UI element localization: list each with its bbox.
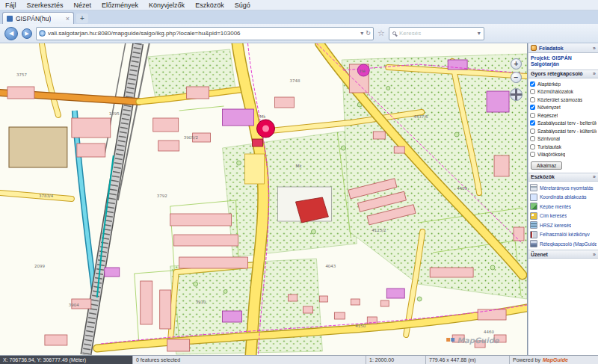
tool-item[interactable]: Koordináta ablakozás <box>530 192 597 202</box>
layer-row[interactable]: Szabályozási terv - külterület <box>530 127 597 135</box>
menu-item[interactable]: Előzmények <box>100 1 140 9</box>
menu-item[interactable]: Fájl <box>4 1 18 9</box>
layer-row[interactable]: Növényzet <box>530 103 597 111</box>
tool-item[interactable]: Rétegkapcsoló (MapGuide) <box>530 239 597 249</box>
layer-label: Turistautak <box>537 144 561 149</box>
map-parcel-label: 3910 <box>196 300 206 304</box>
menu-item[interactable]: Eszközök <box>194 1 226 9</box>
layer-checkbox[interactable] <box>530 129 535 134</box>
save-image-icon <box>530 203 537 210</box>
layer-checkbox[interactable] <box>530 89 535 94</box>
forward-button[interactable]: ▶ <box>22 28 32 39</box>
layer-checkbox[interactable] <box>530 81 535 87</box>
tool-item[interactable]: Képbe mentés <box>530 202 597 212</box>
search-input[interactable] <box>399 30 475 37</box>
map-parcel-label: 4150 <box>355 324 366 328</box>
collapse-chevron-icon[interactable]: » <box>593 46 596 51</box>
tool-item[interactable]: Cím keresés <box>530 211 597 220</box>
map-parcel-label: 3748 <box>289 78 300 83</box>
map-parcel-label: 4403 <box>457 186 467 191</box>
search-bar[interactable]: ▾ <box>389 27 484 40</box>
map-parcel-label: 3783/4 <box>39 194 54 198</box>
menu-item[interactable]: Könyvjelzők <box>147 1 186 9</box>
pan-control[interactable] <box>510 88 523 101</box>
layer-row[interactable]: Világörökség <box>530 150 597 158</box>
tool-label: Méretarányos nyomtatás <box>540 185 594 191</box>
layer-label: Alaptérkép <box>537 81 561 87</box>
menu-item[interactable]: Nézet <box>73 1 93 9</box>
address-search-icon <box>530 212 537 220</box>
section-title: Eszközök <box>531 174 555 179</box>
tool-item[interactable]: HRSZ keresés <box>530 220 597 230</box>
section-quick-layers[interactable]: Gyors rétegkapcsoló » <box>528 70 598 78</box>
url-bar[interactable]: ▾ ↻ <box>36 27 374 40</box>
tool-item[interactable]: Méretarányos nyomtatás <box>530 183 597 193</box>
manual-icon <box>530 231 537 238</box>
layer-checkbox[interactable] <box>530 105 535 110</box>
layer-row[interactable]: Közműhálózatok <box>530 87 597 96</box>
url-dropdown-icon[interactable]: ▾ <box>360 30 363 37</box>
tab-close-icon[interactable]: × <box>66 15 70 22</box>
url-input[interactable] <box>48 30 358 37</box>
layer-row[interactable]: Közterület számozás <box>530 96 597 104</box>
side-panel: Feladatok » Projekt: GISPÁN Salgótarján … <box>528 43 598 355</box>
map-parcel-label: 3905/2 <box>184 135 198 140</box>
layer-row[interactable]: Szabályozási terv - belterület <box>530 119 597 127</box>
layer-list: Alaptérkép Közműhálózatok Közterület szá… <box>528 78 598 160</box>
menu-item[interactable]: Szerkesztés <box>25 1 65 9</box>
tool-label: Képbe mentés <box>540 204 571 209</box>
coordinates-icon <box>530 194 537 201</box>
layer-label: Világörökség <box>537 152 565 157</box>
highlighted-building <box>253 139 263 146</box>
layer-checkbox[interactable] <box>530 120 535 126</box>
section-tools[interactable]: Eszközök » <box>528 173 598 182</box>
browser-navbar: ◀ ▶ ▾ ↻ ☆ ▾ <box>0 24 598 43</box>
layer-label: Szintvonal <box>537 136 560 141</box>
layer-checkbox[interactable] <box>530 152 535 157</box>
tool-item[interactable]: Felhasználói kézikönyv <box>530 229 597 239</box>
zoom-out-button[interactable]: − <box>511 72 522 83</box>
back-button[interactable]: ◀ <box>4 27 18 40</box>
project-title: Projekt: GISPÁN Salgótarján <box>528 53 598 70</box>
browser-tabbar: GISPÁN(hu) × + <box>0 10 598 24</box>
tab-favicon <box>7 16 13 22</box>
map-area[interactable]: 375713953783/4209939043905/2379239104043… <box>0 43 528 355</box>
status-extent: 779.46 x 447.88 (m) <box>426 356 510 364</box>
map-parcel-label: 4460 <box>484 330 494 334</box>
search-dropdown-icon[interactable]: ▾ <box>478 30 481 37</box>
reload-icon[interactable]: ↻ <box>366 30 371 37</box>
layer-checkbox[interactable] <box>530 113 535 118</box>
tab-title: GISPÁN(hu) <box>16 15 51 22</box>
map-parcel-label: 4043 <box>325 264 336 268</box>
menu-item[interactable]: Súgó <box>233 1 252 9</box>
section-message[interactable]: Üzenet » <box>528 250 598 259</box>
tool-label: Rétegkapcsoló (MapGuide) <box>540 241 597 247</box>
layer-checkbox[interactable] <box>530 136 535 141</box>
map-parcel-label: 3757 <box>16 73 27 77</box>
new-tab-button[interactable]: + <box>76 13 88 23</box>
map-zoom-controls: + − <box>510 58 523 101</box>
apply-button[interactable]: Alkalmaz <box>531 161 562 170</box>
taskpane-header[interactable]: Feladatok » <box>528 43 598 53</box>
parcel-search-icon <box>530 221 537 229</box>
layer-row[interactable]: Szintvonal <box>530 135 597 143</box>
globe-icon <box>39 30 46 37</box>
layer-checkbox[interactable] <box>530 144 535 149</box>
browser-menubar: FájlSzerkesztésNézetElőzményekKönyvjelző… <box>0 0 598 10</box>
map-parcel-label: 3904 <box>69 303 79 307</box>
layer-checkbox[interactable] <box>530 97 535 102</box>
status-coordinates: X: 706736.94, Y: 306777.49 (Méter) <box>0 356 133 364</box>
taskpane-title: Feladatok <box>539 46 564 51</box>
map-canvas[interactable]: 375713953783/4209939043905/2379239104043… <box>0 43 527 355</box>
search-magnifier-icon <box>392 31 396 35</box>
zoom-in-button[interactable]: + <box>511 58 522 70</box>
layer-row[interactable]: Alaptérkép <box>530 80 597 88</box>
map-parcel-label: 2099 <box>34 264 45 268</box>
section-title: Gyors rétegkapcsoló <box>531 71 583 76</box>
tool-label: Koordináta ablakozás <box>540 194 587 200</box>
browser-tab[interactable]: GISPÁN(hu) × <box>2 12 74 24</box>
building-tan <box>9 127 67 167</box>
layer-row[interactable]: Turistautak <box>530 143 597 151</box>
bookmark-star-icon[interactable]: ☆ <box>377 29 385 37</box>
layer-row[interactable]: Régészet <box>530 111 597 120</box>
